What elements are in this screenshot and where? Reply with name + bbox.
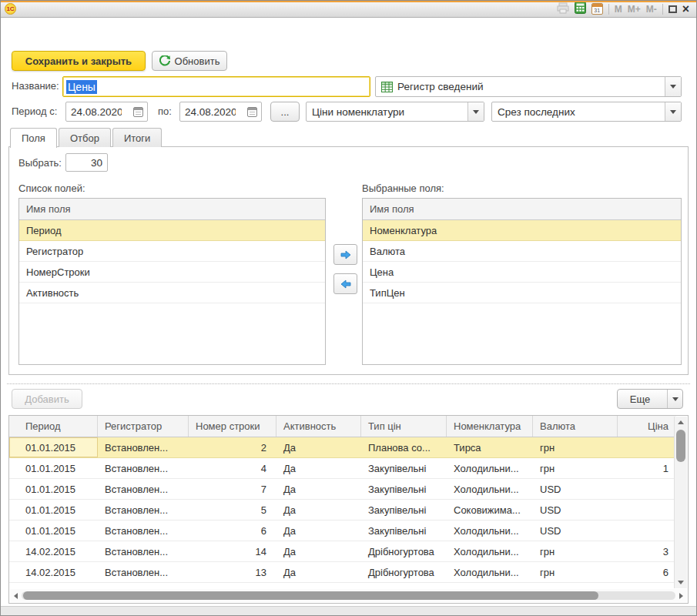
period-to-calendar-button[interactable] <box>243 102 261 121</box>
table-cell[interactable]: 4 <box>189 458 276 478</box>
table-cell[interactable]: грн <box>533 562 618 582</box>
table-cell[interactable]: Встановлен... <box>98 521 189 541</box>
table-cell[interactable]: 3 <box>618 541 676 561</box>
list-item[interactable]: ТипЦен <box>363 283 681 303</box>
table-cell[interactable]: Да <box>276 521 361 541</box>
table-cell[interactable]: Да <box>276 562 361 582</box>
table-cell[interactable]: Встановлен... <box>98 500 189 520</box>
calculator-icon[interactable] <box>575 2 586 16</box>
register-type-combobox[interactable]: Регистр сведений <box>375 76 682 97</box>
scroll-left-button[interactable] <box>10 589 22 602</box>
table-cell[interactable]: Холодильни... <box>447 541 533 561</box>
period-from-calendar-button[interactable] <box>129 102 147 121</box>
table-cell[interactable]: 01.01.2015 <box>9 437 98 457</box>
table-cell[interactable]: 7 <box>189 479 276 499</box>
table-cell[interactable]: Встановлен... <box>98 437 189 457</box>
table-cell[interactable]: Встановлен... <box>98 562 189 582</box>
scroll-right-button[interactable] <box>675 589 687 602</box>
table-cell[interactable] <box>618 521 676 541</box>
table-cell[interactable]: грн <box>533 458 618 478</box>
title-bar[interactable]: 1С 31 M M+ M- × <box>1 1 696 18</box>
table-cell[interactable]: Да <box>276 479 361 499</box>
table-cell[interactable]: USD <box>533 521 618 541</box>
table-cell[interactable]: USD <box>533 500 618 520</box>
column-header[interactable]: Номенклатура <box>447 416 533 437</box>
scroll-up-button[interactable] <box>675 417 687 428</box>
scale-decrease-button[interactable]: M- <box>646 4 657 15</box>
name-input[interactable]: Цены <box>62 76 370 97</box>
vertical-scrollbar[interactable] <box>674 417 687 588</box>
table-cell[interactable]: 01.01.2015 <box>9 479 98 499</box>
register-name-dropdown-button[interactable] <box>467 102 484 121</box>
table-cell[interactable]: Да <box>276 541 361 561</box>
more-actions-button[interactable]: Еще <box>617 389 683 409</box>
list-column-header[interactable]: Имя поля <box>363 199 681 220</box>
table-row[interactable]: 14.02.2015 Встановлен... 14 Да Дрібногур… <box>9 541 676 562</box>
table-cell[interactable]: Да <box>276 437 361 457</box>
table-cell[interactable]: Холодильни... <box>447 562 533 582</box>
table-cell[interactable] <box>618 437 676 457</box>
period-to-input[interactable] <box>180 106 236 118</box>
table-cell[interactable]: Закупівельні <box>361 500 447 520</box>
refresh-button[interactable]: Обновить <box>152 51 227 71</box>
table-cell[interactable]: Дрібногуртова <box>361 562 447 582</box>
table-cell[interactable]: Да <box>276 500 361 520</box>
table-cell[interactable]: 14.02.2015 <box>9 541 98 561</box>
table-cell[interactable]: Встановлен... <box>98 541 189 561</box>
table-cell[interactable]: Дрібногуртова <box>361 541 447 561</box>
table-row[interactable]: 01.01.2015 Встановлен... 2 Да Планова со… <box>9 437 676 458</box>
period-from-input[interactable] <box>66 106 122 118</box>
select-count-input[interactable] <box>65 153 108 172</box>
table-cell[interactable]: 2 <box>189 437 276 457</box>
table-cell[interactable]: грн <box>533 437 618 457</box>
column-header[interactable]: Валюта <box>533 416 618 437</box>
slice-mode-dropdown-button[interactable] <box>665 102 681 121</box>
table-cell[interactable]: 6 <box>189 521 276 541</box>
table-cell[interactable]: 6 <box>618 562 676 582</box>
scale-increase-button[interactable]: M+ <box>628 4 641 15</box>
column-header[interactable]: Ціна <box>618 416 676 437</box>
table-cell[interactable]: грн <box>533 541 618 561</box>
table-cell[interactable]: Холодильни... <box>447 458 533 478</box>
table-cell[interactable]: 01.01.2015 <box>9 521 98 541</box>
horizontal-scroll-thumb[interactable] <box>23 591 598 600</box>
table-row[interactable]: 01.01.2015 Встановлен... 7 Да Закупівель… <box>9 479 676 500</box>
column-header[interactable]: Активность <box>276 416 361 437</box>
table-cell[interactable]: Соковижима... <box>447 500 533 520</box>
list-item[interactable]: Номенклатура <box>363 220 681 241</box>
period-options-button[interactable]: ... <box>270 102 300 122</box>
table-cell[interactable]: 5 <box>189 500 276 520</box>
table-cell[interactable]: Планова со... <box>361 437 447 457</box>
list-item[interactable]: Период <box>19 220 325 241</box>
register-name-combobox[interactable]: Ціни номенклатури <box>306 102 484 122</box>
tab-filter[interactable]: Отбор <box>59 128 111 147</box>
table-cell[interactable]: Да <box>276 458 361 478</box>
column-header[interactable]: Регистратор <box>98 416 189 437</box>
table-cell[interactable]: Холодильни... <box>447 479 533 499</box>
tab-fields[interactable]: Поля <box>10 128 57 148</box>
list-item[interactable]: Активность <box>19 283 325 303</box>
table-cell[interactable]: Встановлен... <box>98 458 189 478</box>
list-column-header[interactable]: Имя поля <box>19 199 325 220</box>
close-window-button[interactable]: × <box>682 4 689 15</box>
table-cell[interactable]: 1 <box>618 458 676 478</box>
calendar-icon[interactable]: 31 <box>591 3 603 15</box>
list-item[interactable]: Регистратор <box>19 241 325 262</box>
table-cell[interactable]: Встановлен... <box>98 479 189 499</box>
move-left-button[interactable] <box>333 273 357 294</box>
table-row[interactable]: 01.01.2015 Встановлен... 4 Да Закупівель… <box>9 458 676 479</box>
column-header[interactable]: Номер строки <box>189 416 276 437</box>
table-cell[interactable]: Тирса <box>447 437 533 457</box>
add-button[interactable]: Добавить <box>12 389 82 409</box>
table-cell[interactable]: Закупівельні <box>361 479 447 499</box>
table-cell[interactable]: 14 <box>189 541 276 561</box>
slice-mode-combobox[interactable]: Срез последних <box>491 102 682 122</box>
more-dropdown-button[interactable] <box>667 390 682 408</box>
table-cell[interactable]: 01.01.2015 <box>9 500 98 520</box>
table-cell[interactable]: Закупівельні <box>361 458 447 478</box>
column-header[interactable]: Период <box>9 416 98 437</box>
move-right-button[interactable] <box>333 244 357 265</box>
table-row[interactable]: 01.01.2015 Встановлен... 6 Да Закупівель… <box>9 521 676 541</box>
table-cell[interactable]: Холодильни... <box>447 521 533 541</box>
table-cell[interactable] <box>618 500 676 520</box>
